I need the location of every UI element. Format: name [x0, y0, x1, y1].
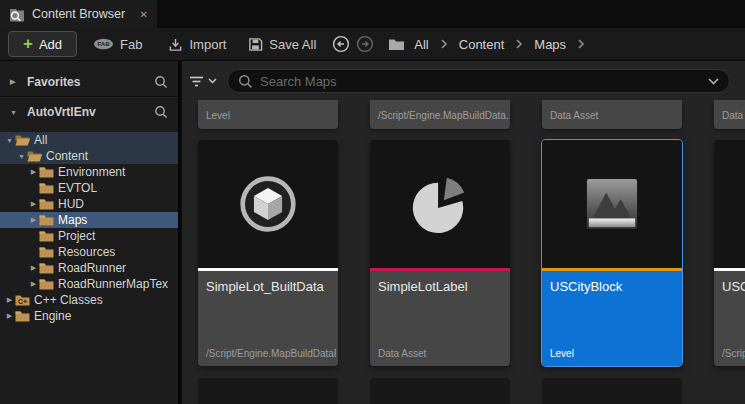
asset-tile-partial-bottom[interactable] [198, 378, 338, 404]
asset-type-label: Data Asset [550, 110, 598, 121]
favorites-label: Favorites [27, 75, 80, 89]
tab-content-browser[interactable]: Content Browser ✕ [0, 0, 157, 28]
search-box[interactable] [227, 69, 730, 93]
expander-down-icon: ▼ [10, 109, 19, 116]
asset-tile-footer: SimpleLotLabelData Asset [370, 271, 510, 366]
asset-tile-partial-bottom[interactable] [370, 378, 510, 404]
expander-right-icon[interactable]: ▶ [4, 296, 15, 304]
expander-right-icon[interactable]: ▶ [4, 312, 15, 320]
asset-tile-partial-top[interactable]: Data Asset [714, 100, 745, 129]
folder-icon [15, 310, 30, 322]
add-label: Add [39, 37, 62, 52]
expander-down-icon[interactable]: ▼ [16, 153, 27, 160]
asset-type-label: Data Asset [722, 110, 745, 121]
level-mountains-icon [542, 140, 682, 268]
asset-tile-partial-bottom[interactable] [542, 378, 682, 404]
asset-tile-uscit[interactable]: USCit/Script [714, 140, 745, 366]
filter-funnel-icon [189, 75, 204, 88]
sidebar-item-c-classes[interactable]: ▶C+C++ Classes [0, 292, 178, 308]
forward-button[interactable] [356, 35, 374, 53]
asset-view: Level/Script/Engine.MapBuildData...Data … [182, 61, 745, 404]
tree-item-label: C++ Classes [34, 293, 103, 307]
chevron-down-icon [208, 78, 217, 84]
fab-label: Fab [120, 37, 142, 52]
folder-icon [39, 198, 54, 210]
asset-type-label: /Script [722, 348, 745, 359]
search-input[interactable] [260, 74, 701, 89]
save-all-button[interactable]: Save All [248, 37, 316, 52]
expander-right-icon[interactable]: ▶ [28, 200, 39, 208]
sidebar-item-resources[interactable]: Resources [0, 244, 178, 260]
tree-item-label: All [34, 133, 47, 147]
expander-right-icon[interactable]: ▶ [28, 280, 39, 288]
favorites-section-header[interactable]: ▶ Favorites [0, 68, 178, 96]
toolbar: + Add FAB Fab Import Save All AllContent… [0, 28, 745, 61]
sidebar-item-engine[interactable]: ▶Engine [0, 308, 178, 324]
save-all-label: Save All [269, 37, 316, 52]
folder-icon [39, 166, 54, 178]
asset-type-label: /Script/Engine.MapBuildData... [378, 110, 510, 121]
asset-type-label: Level [206, 110, 230, 121]
tab-bar: Content Browser ✕ [0, 0, 745, 28]
cpp-folder-icon: C+ [15, 294, 30, 306]
folder-icon [39, 182, 54, 194]
folder-icon [39, 278, 54, 290]
tree-item-label: RoadRunnerMapTex [58, 277, 168, 291]
expander-down-icon[interactable]: ▼ [4, 137, 15, 144]
import-button[interactable]: Import [168, 37, 226, 52]
filter-button[interactable] [189, 75, 217, 88]
expander-right-icon[interactable]: ▶ [28, 168, 39, 176]
sidebar-item-all[interactable]: ▼All [0, 132, 178, 148]
sidebar-item-environment[interactable]: ▶Environment [0, 164, 178, 180]
asset-tile-simplelot-builtdata[interactable]: SimpleLot_BuiltData/Script/Engine.MapBui… [198, 140, 338, 366]
breadcrumb-item-all[interactable]: All [414, 37, 428, 52]
back-button[interactable] [332, 35, 350, 53]
tree-item-label: Engine [34, 309, 71, 323]
close-icon[interactable]: ✕ [140, 9, 148, 20]
asset-type-label: Level [550, 348, 680, 359]
folder-icon [39, 246, 54, 258]
sidebar-item-maps[interactable]: ▶Maps [0, 212, 178, 228]
tree-item-label: Resources [58, 245, 115, 259]
asset-tile-uscityblock[interactable]: USCityBlockLevel [542, 140, 682, 366]
asset-tile-footer: SimpleLot_BuiltData/Script/Engine.MapBui… [198, 271, 338, 366]
expander-right-icon[interactable]: ▶ [28, 264, 39, 272]
asset-thumbnail [714, 140, 745, 268]
svg-text:C+: C+ [18, 298, 27, 305]
asset-tile-partial-top[interactable]: Data Asset [542, 100, 682, 129]
search-icon[interactable] [154, 75, 168, 89]
asset-tile-partial-top[interactable]: /Script/Engine.MapBuildData... [370, 100, 510, 129]
chevron-right-icon [440, 39, 448, 49]
folder-icon [39, 262, 54, 274]
sidebar-item-project[interactable]: Project [0, 228, 178, 244]
sidebar-item-roadrunnermaptex[interactable]: ▶RoadRunnerMapTex [0, 276, 178, 292]
tree-item-label: Environment [58, 165, 125, 179]
asset-type-label: /Script/Engine.MapBuildDataR... [206, 348, 336, 359]
collection-section-header[interactable]: ▼ AutoVrtlEnv [0, 98, 178, 126]
sidebar-item-content[interactable]: ▼Content [0, 148, 178, 164]
asset-name-label: SimpleLot_BuiltData [206, 279, 330, 294]
import-label: Import [189, 37, 226, 52]
svg-text:FAB: FAB [98, 41, 111, 47]
sources-sidebar: ▶ Favorites ▼ AutoVrtlEnv ▼All▼Content▶E… [0, 61, 180, 404]
tree-item-label: Project [58, 229, 95, 243]
asset-name-label: SimpleLotLabel [378, 279, 502, 294]
asset-tile-simplelotlabel[interactable]: SimpleLotLabelData Asset [370, 140, 510, 366]
built-data-cube-icon [198, 140, 338, 268]
expander-right-icon: ▶ [10, 78, 19, 86]
tree-item-label: RoadRunner [58, 261, 126, 275]
sidebar-item-roadrunner[interactable]: ▶RoadRunner [0, 260, 178, 276]
sidebar-item-evtol[interactable]: EVTOL [0, 180, 178, 196]
sidebar-item-hud[interactable]: ▶HUD [0, 196, 178, 212]
asset-tile-partial-top[interactable]: Level [198, 100, 338, 129]
asset-name-label: USCityBlock [550, 279, 674, 294]
tree-item-label: EVTOL [58, 181, 97, 195]
breadcrumb-item-maps[interactable]: Maps [534, 37, 566, 52]
saved-search-chevron-icon[interactable] [708, 78, 719, 85]
expander-right-icon[interactable]: ▶ [28, 216, 39, 224]
search-icon[interactable] [154, 105, 168, 119]
data-asset-pie-icon [370, 140, 510, 268]
fab-button[interactable]: FAB Fab [93, 37, 142, 52]
breadcrumb-item-content[interactable]: Content [459, 37, 505, 52]
add-button[interactable]: + Add [8, 31, 77, 57]
